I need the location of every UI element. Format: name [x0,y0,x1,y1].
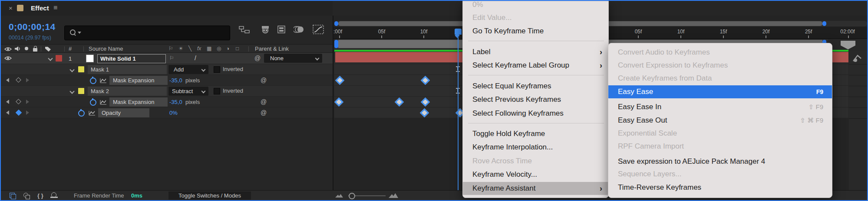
row-mask1[interactable] [1,64,333,75]
layer-name[interactable]: White Solid 1 [97,54,166,63]
menu-item-label[interactable]: Label› [463,45,608,58]
zoom-in-icon[interactable] [389,193,398,198]
keyframe-assistant-submenu: Convert Audio to Keyframes Convert Expre… [608,43,832,198]
prev-keyframe-arrow-icon[interactable] [6,110,9,115]
mask2-expansion-value[interactable]: -35,0 [169,99,182,105]
ruler-label: :00f [327,29,348,35]
mask1-name[interactable]: Mask 1 [88,65,167,74]
toggle-switches-modes-button[interactable]: Toggle Switches / Modes [168,191,251,200]
stopwatch-icon[interactable] [90,78,96,84]
zoom-slider-handle[interactable] [349,193,355,199]
motion-blur-icon[interactable] [294,25,305,34]
menu-item-select-equal-keyframes[interactable]: Select Equal Keyframes [463,80,608,93]
menu-item-select-previous-keyframes[interactable]: Select Previous Keyframes [463,93,608,106]
panel-tab-title[interactable]: Effect [31,4,49,12]
switch-quality-icon: ☀ [178,45,183,52]
scrollbar-left-cap[interactable] [334,21,338,26]
after-effects-timeline-panel: × Effect ≡ 0;00;00;14 00014 (29.97 fps) [0,0,868,201]
layer-visibility-eye-icon[interactable] [4,56,12,61]
layer-label-color[interactable] [56,55,62,62]
next-keyframe-arrow-icon[interactable] [26,100,29,104]
video-eye-icon [4,47,12,52]
menu-item-go-to-keyframe-time[interactable]: Go To Keyframe Time [463,25,608,38]
work-area-start-handle[interactable] [334,40,338,48]
graph-editor-icon[interactable] [313,25,324,34]
stopwatch-icon[interactable] [90,99,96,106]
prev-keyframe-arrow-icon[interactable] [6,78,9,82]
mask1-mode-dropdown[interactable]: Add [168,65,208,74]
expand-layer-switches-icon[interactable] [10,193,15,198]
comp-button-column [849,51,868,190]
mask1-expansion-value[interactable]: -35,0 [169,77,182,84]
frame-blending-icon[interactable] [277,25,287,34]
menu-item-save-expression-aejuice[interactable]: Save expression to AEJuice Pack Manager … [608,155,832,168]
close-panel-icon[interactable]: × [9,4,13,12]
expand-in-out-panes-icon[interactable] [37,191,43,199]
mask2-expansion-name[interactable]: Mask Expansion [109,97,168,107]
mask2-inverted-label: Inverted [223,88,243,94]
opacity-name[interactable]: Opacity [98,108,149,117]
chevron-down-icon [315,56,320,61]
menu-item-easy-ease[interactable]: Easy EaseF9 [608,85,832,98]
menu-item-keyframe-velocity[interactable]: Keyframe Velocity... [463,168,608,181]
menu-item-easy-ease-out[interactable]: Easy Ease Out⇧ ⌘ F9 [608,114,832,127]
value-graph-icon[interactable] [100,78,107,83]
playhead-line[interactable] [458,37,459,190]
mask1-color-swatch[interactable] [78,66,84,72]
current-timecode[interactable]: 0;00;00;14 [9,22,56,32]
expression-pickwhip-icon[interactable]: @ [261,98,267,105]
column-source-name[interactable]: Source Name [89,45,123,52]
mask2-color-swatch[interactable] [78,88,84,94]
value-graph-icon[interactable] [100,100,107,105]
panel-menu-icon[interactable]: ≡ [53,4,57,12]
menu-item-select-keyframe-label-group[interactable]: Select Keyframe Label Group› [463,59,608,72]
expression-pickwhip-icon[interactable]: @ [261,109,267,116]
comp-mini-flowchart-icon[interactable] [239,26,250,34]
parent-dropdown[interactable]: None [264,54,322,63]
stopwatch-icon[interactable] [78,110,85,117]
comp-button-icon[interactable] [851,54,865,63]
zoom-out-icon[interactable] [335,194,343,198]
render-time-snail-icon[interactable] [51,192,56,198]
column-parent-link[interactable]: Parent & Link [255,45,289,52]
switch-adjustment-icon: ◑ [226,45,229,52]
menu-item-edit-value: Edit Value... [463,11,608,24]
opacity-value[interactable]: 0% [169,110,178,116]
chevron-down-icon [201,68,206,72]
mask2-mode-dropdown[interactable]: Subtract [168,87,208,96]
layer-quality-switch-icon[interactable]: / [195,55,196,62]
switch-anchor-icon: ⚐ [168,45,173,52]
scrollbar-right-cap[interactable] [822,21,826,26]
ruler-label: 05f [628,29,649,35]
next-keyframe-arrow-icon[interactable] [26,78,29,82]
mask1-inverted-checkbox[interactable] [214,66,220,73]
search-input[interactable] [64,26,230,40]
shy-layers-icon[interactable] [261,25,270,34]
menu-item-select-following-keyframes[interactable]: Select Following Keyframes [463,107,608,120]
mask2-name[interactable]: Mask 2 [88,87,167,96]
search-options-caret-icon[interactable] [78,32,81,34]
panel-tab-swatch [17,5,23,11]
mask2-inverted-checkbox[interactable] [214,88,220,94]
menu-item-easy-ease-in[interactable]: Easy Ease In⇧ F9 [608,100,832,113]
row-opacity[interactable] [1,107,333,118]
value-graph-icon[interactable] [89,110,96,116]
prev-keyframe-arrow-icon[interactable] [6,100,9,104]
layer-anchor-switch-icon[interactable]: ⚐ [169,55,174,61]
menu-item-exponential-scale: Exponential Scale [608,127,832,140]
row-mask2[interactable] [1,86,333,96]
playhead-handle[interactable] [455,29,462,35]
menu-item-keyframe-assistant[interactable]: Keyframe Assistant› [463,182,608,195]
parent-pickwhip-icon[interactable]: @ [254,55,261,62]
menu-item-time-reverse-keyframes[interactable]: Time-Reverse Keyframes [608,181,832,194]
frame-render-time-value: 0ms [131,192,142,199]
menu-item-keyframe-interpolation[interactable]: Keyframe Interpolation... [463,141,608,154]
mask1-mode-value: Add [168,66,184,73]
next-keyframe-arrow-icon[interactable] [26,110,29,115]
expand-transfer-controls-icon[interactable] [23,193,28,198]
submenu-arrow-icon: › [600,45,602,58]
expression-pickwhip-icon[interactable]: @ [261,77,267,84]
panel-divider[interactable] [333,16,333,190]
menu-item-toggle-hold-keyframe[interactable]: Toggle Hold Keyframe [463,127,608,140]
mask1-expansion-name[interactable]: Mask Expansion [109,76,168,85]
